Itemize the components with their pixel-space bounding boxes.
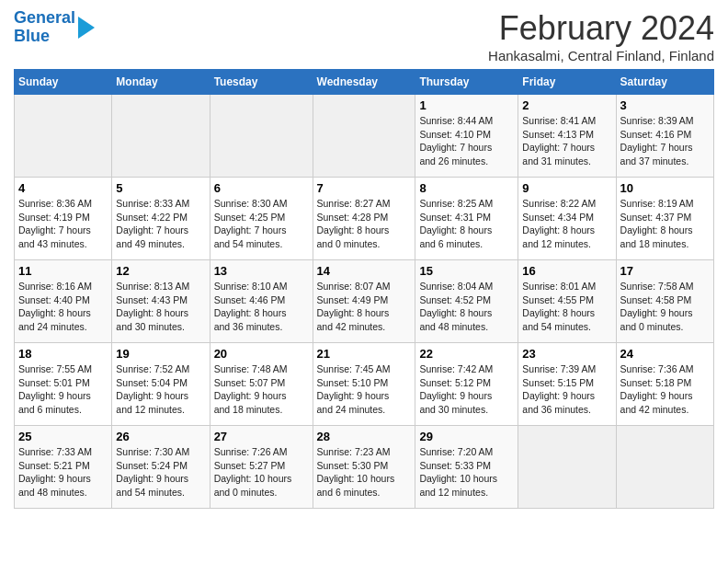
calendar-cell: 24Sunrise: 7:36 AM Sunset: 5:18 PM Dayli…: [616, 343, 713, 426]
calendar-cell: 8Sunrise: 8:25 AM Sunset: 4:31 PM Daylig…: [415, 178, 518, 260]
day-info: Sunrise: 8:16 AM Sunset: 4:40 PM Dayligh…: [18, 281, 92, 332]
day-number: 15: [419, 264, 514, 278]
calendar-cell: 18Sunrise: 7:55 AM Sunset: 5:01 PM Dayli…: [15, 343, 112, 426]
calendar-cell: 29Sunrise: 7:20 AM Sunset: 5:33 PM Dayli…: [415, 426, 518, 509]
day-info: Sunrise: 7:45 AM Sunset: 5:10 PM Dayligh…: [317, 363, 391, 415]
day-number: 16: [522, 264, 611, 278]
calendar-subtitle: Hankasalmi, Central Finland, Finland: [488, 48, 714, 63]
calendar-cell: [210, 95, 313, 178]
calendar-cell: 25Sunrise: 7:33 AM Sunset: 5:21 PM Dayli…: [15, 426, 112, 509]
calendar-cell: 17Sunrise: 7:58 AM Sunset: 4:58 PM Dayli…: [616, 260, 713, 343]
weekday-header: Monday: [112, 70, 210, 95]
day-number: 23: [522, 347, 611, 361]
day-info: Sunrise: 7:36 AM Sunset: 5:18 PM Dayligh…: [620, 363, 694, 415]
calendar-cell: 27Sunrise: 7:26 AM Sunset: 5:27 PM Dayli…: [210, 426, 313, 509]
calendar-cell: 10Sunrise: 8:19 AM Sunset: 4:37 PM Dayli…: [616, 178, 713, 260]
day-info: Sunrise: 8:30 AM Sunset: 4:25 PM Dayligh…: [214, 198, 288, 249]
weekday-header: Sunday: [15, 70, 112, 95]
calendar-cell: 28Sunrise: 7:23 AM Sunset: 5:30 PM Dayli…: [313, 426, 415, 509]
weekday-header: Friday: [518, 70, 616, 95]
day-info: Sunrise: 7:23 AM Sunset: 5:30 PM Dayligh…: [317, 446, 395, 498]
day-info: Sunrise: 7:58 AM Sunset: 4:58 PM Dayligh…: [620, 281, 694, 332]
day-info: Sunrise: 7:42 AM Sunset: 5:12 PM Dayligh…: [419, 363, 493, 415]
day-info: Sunrise: 8:22 AM Sunset: 4:34 PM Dayligh…: [522, 198, 596, 249]
day-info: Sunrise: 8:13 AM Sunset: 4:43 PM Dayligh…: [116, 281, 189, 332]
calendar-cell: 15Sunrise: 8:04 AM Sunset: 4:52 PM Dayli…: [415, 260, 518, 343]
calendar-cell: 21Sunrise: 7:45 AM Sunset: 5:10 PM Dayli…: [313, 343, 415, 426]
weekday-header: Thursday: [415, 70, 518, 95]
calendar-cell: 6Sunrise: 8:30 AM Sunset: 4:25 PM Daylig…: [210, 178, 313, 260]
calendar-cell: 1Sunrise: 8:44 AM Sunset: 4:10 PM Daylig…: [415, 95, 518, 178]
calendar-cell: 5Sunrise: 8:33 AM Sunset: 4:22 PM Daylig…: [112, 178, 210, 260]
day-number: 2: [522, 98, 611, 112]
day-number: 3: [620, 98, 710, 112]
day-info: Sunrise: 7:48 AM Sunset: 5:07 PM Dayligh…: [214, 363, 288, 415]
day-number: 13: [214, 264, 309, 278]
day-number: 19: [116, 347, 205, 361]
calendar-cell: 14Sunrise: 8:07 AM Sunset: 4:49 PM Dayli…: [313, 260, 415, 343]
day-info: Sunrise: 7:33 AM Sunset: 5:21 PM Dayligh…: [18, 446, 92, 498]
day-number: 28: [317, 430, 412, 443]
day-number: 22: [419, 347, 514, 361]
calendar-cell: 9Sunrise: 8:22 AM Sunset: 4:34 PM Daylig…: [518, 178, 616, 260]
day-info: Sunrise: 7:39 AM Sunset: 5:15 PM Dayligh…: [522, 363, 596, 415]
day-info: Sunrise: 7:20 AM Sunset: 5:33 PM Dayligh…: [419, 446, 497, 498]
calendar-cell: 11Sunrise: 8:16 AM Sunset: 4:40 PM Dayli…: [15, 260, 112, 343]
day-number: 5: [116, 181, 205, 195]
day-info: Sunrise: 8:27 AM Sunset: 4:28 PM Dayligh…: [317, 198, 391, 249]
day-number: 21: [317, 347, 412, 361]
day-number: 20: [214, 347, 309, 361]
day-info: Sunrise: 8:04 AM Sunset: 4:52 PM Dayligh…: [419, 281, 493, 332]
calendar-cell: 16Sunrise: 8:01 AM Sunset: 4:55 PM Dayli…: [518, 260, 616, 343]
day-info: Sunrise: 8:33 AM Sunset: 4:22 PM Dayligh…: [116, 198, 189, 249]
day-number: 18: [18, 347, 108, 361]
day-number: 25: [18, 430, 108, 443]
calendar-cell: 3Sunrise: 8:39 AM Sunset: 4:16 PM Daylig…: [616, 95, 713, 178]
day-info: Sunrise: 8:41 AM Sunset: 4:13 PM Dayligh…: [522, 115, 596, 167]
day-info: Sunrise: 7:26 AM Sunset: 5:27 PM Dayligh…: [214, 446, 292, 498]
day-info: Sunrise: 8:25 AM Sunset: 4:31 PM Dayligh…: [419, 198, 493, 249]
calendar-cell: 23Sunrise: 7:39 AM Sunset: 5:15 PM Dayli…: [518, 343, 616, 426]
calendar-cell: 26Sunrise: 7:30 AM Sunset: 5:24 PM Dayli…: [112, 426, 210, 509]
calendar-cell: [518, 426, 616, 509]
day-number: 24: [620, 347, 710, 361]
weekday-header: Tuesday: [210, 70, 313, 95]
day-number: 29: [419, 430, 514, 443]
calendar-cell: 13Sunrise: 8:10 AM Sunset: 4:46 PM Dayli…: [210, 260, 313, 343]
day-number: 6: [214, 181, 309, 195]
logo-line1: General: [14, 9, 75, 28]
day-number: 9: [522, 181, 611, 195]
calendar-cell: [15, 95, 112, 178]
day-number: 1: [419, 98, 514, 112]
calendar-cell: 7Sunrise: 8:27 AM Sunset: 4:28 PM Daylig…: [313, 178, 415, 260]
calendar-cell: 2Sunrise: 8:41 AM Sunset: 4:13 PM Daylig…: [518, 95, 616, 178]
calendar-title: February 2024: [488, 9, 714, 48]
weekday-header: Wednesday: [313, 70, 415, 95]
calendar-cell: [112, 95, 210, 178]
day-number: 4: [18, 181, 108, 195]
day-info: Sunrise: 8:19 AM Sunset: 4:37 PM Dayligh…: [620, 198, 694, 249]
day-info: Sunrise: 8:44 AM Sunset: 4:10 PM Dayligh…: [419, 115, 493, 167]
day-info: Sunrise: 8:07 AM Sunset: 4:49 PM Dayligh…: [317, 281, 391, 332]
day-info: Sunrise: 8:39 AM Sunset: 4:16 PM Dayligh…: [620, 115, 694, 167]
day-number: 8: [419, 181, 514, 195]
calendar-cell: 19Sunrise: 7:52 AM Sunset: 5:04 PM Dayli…: [112, 343, 210, 426]
calendar-cell: 4Sunrise: 8:36 AM Sunset: 4:19 PM Daylig…: [15, 178, 112, 260]
day-info: Sunrise: 8:01 AM Sunset: 4:55 PM Dayligh…: [522, 281, 596, 332]
weekday-header: Saturday: [616, 70, 713, 95]
calendar-cell: 22Sunrise: 7:42 AM Sunset: 5:12 PM Dayli…: [415, 343, 518, 426]
day-number: 11: [18, 264, 108, 278]
day-number: 14: [317, 264, 412, 278]
day-info: Sunrise: 8:10 AM Sunset: 4:46 PM Dayligh…: [214, 281, 288, 332]
day-number: 27: [214, 430, 309, 443]
day-info: Sunrise: 8:36 AM Sunset: 4:19 PM Dayligh…: [18, 198, 92, 249]
logo-arrow-icon: [78, 17, 95, 39]
calendar-cell: [616, 426, 713, 509]
calendar-cell: 12Sunrise: 8:13 AM Sunset: 4:43 PM Dayli…: [112, 260, 210, 343]
logo-line2: Blue: [14, 28, 75, 46]
day-number: 12: [116, 264, 205, 278]
day-info: Sunrise: 7:52 AM Sunset: 5:04 PM Dayligh…: [116, 363, 189, 415]
day-number: 7: [317, 181, 412, 195]
day-info: Sunrise: 7:55 AM Sunset: 5:01 PM Dayligh…: [18, 363, 92, 415]
day-number: 26: [116, 430, 205, 443]
